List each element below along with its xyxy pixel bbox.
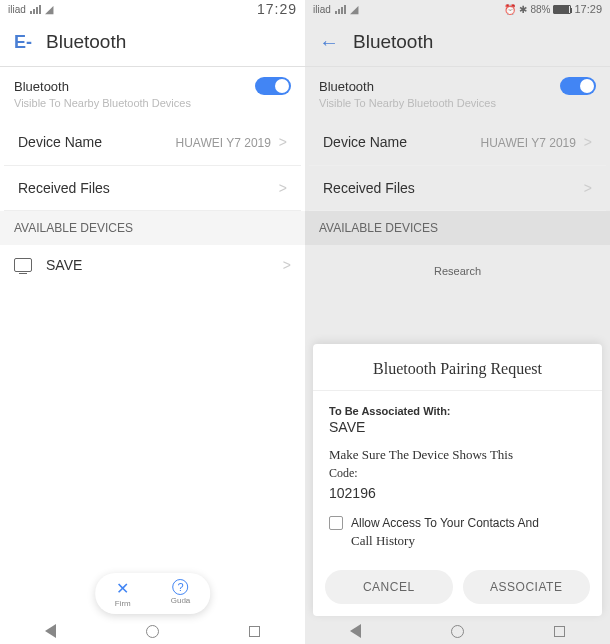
status-bar: iliad ◢ ⏰ ✱ 88% 17:29 — [305, 0, 610, 18]
bluetooth-toggle[interactable] — [560, 77, 596, 95]
chevron-right-icon: > — [275, 134, 287, 150]
allow-access-checkbox[interactable] — [329, 516, 343, 530]
device-item-name: SAVE — [46, 257, 265, 273]
header: ← Bluetooth — [305, 18, 610, 66]
bluetooth-subtitle: Visible To Nearby Bluetooth Devices — [0, 97, 305, 119]
firm-button[interactable]: ✕ Firm — [107, 577, 139, 610]
device-name-row[interactable]: Device Name HUAWEI Y7 2019 > — [4, 119, 301, 166]
dialog-title: Bluetooth Pairing Request — [313, 344, 602, 391]
page-title: Bluetooth — [353, 31, 433, 53]
device-name-value: HUAWEI Y7 2019 — [481, 136, 576, 150]
device-name-label: Device Name — [18, 134, 102, 150]
back-arrow-icon[interactable]: ← — [319, 31, 339, 54]
assoc-label: To Be Associated With: — [329, 405, 586, 417]
dialog-code-label: Code: — [329, 466, 586, 481]
wifi-icon: ◢ — [350, 3, 358, 16]
chevron-right-icon: > — [279, 180, 287, 196]
bluetooth-subtitle: Visible To Nearby Bluetooth Devices — [305, 97, 610, 119]
received-files-row[interactable]: Received Files > — [309, 166, 606, 211]
allow-access-label: Allow Access To Your Contacts And Call H… — [351, 515, 539, 550]
alarm-icon: ⏰ — [504, 4, 516, 15]
carrier-label: iliad — [313, 4, 331, 15]
dialog-code: 102196 — [329, 485, 586, 501]
pairing-dialog: Bluetooth Pairing Request To Be Associat… — [313, 344, 602, 616]
nav-home-icon[interactable] — [146, 625, 159, 638]
laptop-icon — [14, 258, 32, 272]
guda-button[interactable]: ? Guda — [163, 577, 199, 610]
device-name-label: Device Name — [323, 134, 407, 150]
header: E- Bluetooth — [0, 18, 305, 66]
available-devices-header: AVAILABLE DEVICES — [305, 211, 610, 245]
dialog-message: Make Sure The Device Shows This — [329, 447, 586, 464]
bluetooth-toggle[interactable] — [255, 77, 291, 95]
device-row[interactable]: SAVE > — [0, 245, 305, 285]
nav-recent-icon[interactable] — [554, 626, 565, 637]
received-files-label: Received Files — [18, 180, 110, 196]
nav-back-icon[interactable] — [350, 624, 361, 638]
device-name-row[interactable]: Device Name HUAWEI Y7 2019 > — [309, 119, 606, 166]
help-icon: ? — [172, 579, 188, 595]
nav-home-icon[interactable] — [451, 625, 464, 638]
back-button[interactable]: E- — [14, 32, 32, 53]
dialog-device-name: SAVE — [329, 419, 586, 435]
status-bar: iliad ◢ 17:29 — [0, 0, 305, 18]
battery-icon — [553, 5, 571, 14]
nav-recent-icon[interactable] — [249, 626, 260, 637]
guda-label: Guda — [171, 596, 191, 605]
chevron-right-icon: > — [580, 134, 592, 150]
nav-bar — [0, 618, 305, 644]
available-devices-header: AVAILABLE DEVICES — [0, 211, 305, 245]
nav-bar — [305, 618, 610, 644]
device-name-value: HUAWEI Y7 2019 — [176, 136, 271, 150]
page-title: Bluetooth — [46, 31, 126, 53]
signal-icon — [30, 5, 41, 14]
bluetooth-label: Bluetooth — [319, 79, 374, 94]
research-label: Research — [305, 245, 610, 297]
wifi-icon: ◢ — [45, 3, 53, 16]
close-icon: ✕ — [116, 579, 129, 598]
cancel-button[interactable]: CANCEL — [325, 570, 453, 604]
battery-percent: 88% — [530, 4, 550, 15]
nav-back-icon[interactable] — [45, 624, 56, 638]
chevron-right-icon: > — [584, 180, 592, 196]
chevron-right-icon: > — [283, 257, 291, 273]
carrier-label: iliad — [8, 4, 26, 15]
signal-icon — [335, 5, 346, 14]
received-files-row[interactable]: Received Files > — [4, 166, 301, 211]
bluetooth-label: Bluetooth — [14, 79, 69, 94]
firm-label: Firm — [115, 599, 131, 608]
bottom-pill: ✕ Firm ? Guda — [95, 573, 211, 614]
associate-button[interactable]: ASSOCIATE — [463, 570, 591, 604]
status-time: 17:29 — [574, 3, 602, 15]
status-time: 17:29 — [257, 1, 297, 17]
bluetooth-icon: ✱ — [519, 4, 527, 15]
received-files-label: Received Files — [323, 180, 415, 196]
